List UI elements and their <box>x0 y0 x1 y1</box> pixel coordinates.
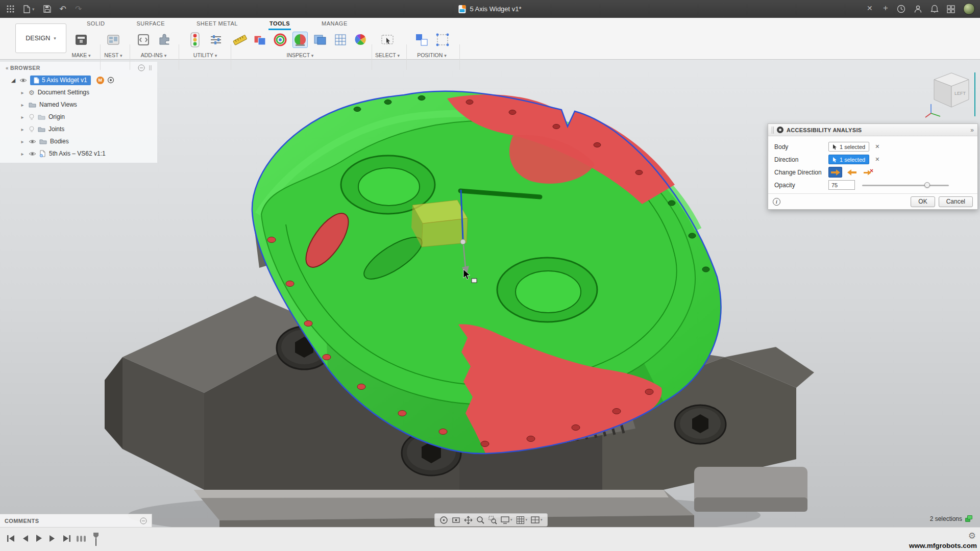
app-grid-icon[interactable] <box>6 5 15 13</box>
addin-puzzle-icon[interactable] <box>156 32 173 48</box>
accessibility-analysis-icon[interactable] <box>292 32 308 48</box>
group-nest[interactable]: NEST ▾ <box>98 30 129 60</box>
direction-remove-button[interactable] <box>861 167 875 178</box>
collapsed-arrow-icon[interactable]: ▸ <box>19 102 26 108</box>
help-icon[interactable] <box>914 5 922 13</box>
traffic-light-icon[interactable] <box>187 32 203 48</box>
group-addins[interactable]: ADD-INS ▾ <box>131 30 177 60</box>
group-make[interactable]: MAKE ▾ <box>65 30 97 60</box>
browser-row-named-views[interactable]: ▸ Named Views <box>0 98 157 111</box>
zoom-window-icon[interactable] <box>488 516 497 524</box>
position-revert-icon[interactable] <box>434 32 451 48</box>
draft-analysis-icon[interactable] <box>353 32 368 48</box>
curvature-analysis-icon[interactable] <box>273 32 288 48</box>
clear-body-selection-icon[interactable]: ✕ <box>873 143 881 150</box>
dock-panel-icon[interactable]: » <box>970 127 974 134</box>
visibility-eye-icon[interactable] <box>29 151 36 157</box>
bulb-off-icon[interactable] <box>29 126 35 133</box>
pan-icon[interactable] <box>464 516 473 524</box>
comments-collapse-icon[interactable] <box>140 517 147 524</box>
timeline-groups-icon[interactable] <box>76 532 87 545</box>
tab-tools[interactable]: TOOLS <box>268 18 291 30</box>
panel-handle-icon[interactable] <box>148 64 153 71</box>
bulb-off-icon[interactable] <box>29 114 35 120</box>
dialog-grip-icon[interactable] <box>772 127 774 134</box>
document-tab[interactable]: 5 Axis Widget v1* <box>458 0 521 18</box>
browser-row-root[interactable]: ◢ 5 Axis Widget v1 M <box>0 74 157 86</box>
collapsed-arrow-icon[interactable]: ▸ <box>19 127 26 132</box>
timeline-play-icon[interactable] <box>35 534 42 542</box>
selection-set-icon[interactable] <box>965 515 973 522</box>
display-settings-icon[interactable]: ▾ <box>501 516 512 524</box>
tab-solid[interactable]: SOLID <box>86 18 106 30</box>
measure-ruler-icon[interactable] <box>232 32 248 48</box>
browser-filter-icon[interactable] <box>138 64 145 71</box>
body-select-button[interactable]: 1 selected <box>828 142 869 152</box>
collaborator-badge[interactable]: M <box>96 77 104 84</box>
slider-handle[interactable] <box>924 182 930 188</box>
browser-root-selected[interactable]: 5 Axis Widget v1 <box>30 76 91 85</box>
opacity-slider[interactable] <box>862 180 949 190</box>
opacity-input[interactable] <box>828 180 855 190</box>
browser-row-joints[interactable]: ▸ Joints <box>0 123 157 135</box>
select-icon[interactable] <box>379 32 396 48</box>
slider-track[interactable] <box>862 185 949 186</box>
browser-row-5th-axis[interactable]: ▸ 5th Axis – VS62 v1:1 <box>0 147 157 160</box>
timeline-step-forward-icon[interactable] <box>49 535 56 542</box>
interference-icon[interactable] <box>252 32 267 48</box>
position-capture-icon[interactable] <box>413 32 430 48</box>
group-utility[interactable]: UTILITY ▾ <box>181 30 230 60</box>
section-analysis-icon[interactable] <box>312 32 328 48</box>
sliders-icon[interactable] <box>208 32 224 48</box>
clear-direction-selection-icon[interactable]: ✕ <box>873 156 881 163</box>
tab-sheet-metal[interactable]: SHEET METAL <box>195 18 239 30</box>
save-icon[interactable] <box>43 5 51 13</box>
component-color-icon[interactable] <box>332 32 348 48</box>
orbit-icon[interactable] <box>439 516 448 524</box>
make-icon[interactable] <box>73 32 89 48</box>
new-document-icon[interactable]: + <box>883 3 888 13</box>
look-at-icon[interactable] <box>452 516 460 524</box>
timeline-step-back-icon[interactable] <box>22 535 29 542</box>
undo-icon[interactable]: ↶ <box>60 5 66 13</box>
group-position[interactable]: POSITION ▾ <box>407 30 456 60</box>
direction-select-button[interactable]: 1 selected <box>828 155 869 164</box>
group-inspect[interactable]: INSPECT ▾ <box>232 30 368 60</box>
user-avatar[interactable] <box>963 3 975 15</box>
tab-manage[interactable]: MANAGE <box>321 18 349 30</box>
direction-normal-button[interactable] <box>828 167 842 178</box>
context-target-icon[interactable] <box>107 77 114 84</box>
nest-icon[interactable] <box>105 32 121 48</box>
close-document-icon[interactable]: ✕ <box>867 4 873 12</box>
collapsed-arrow-icon[interactable]: ▸ <box>19 114 26 120</box>
file-menu[interactable]: ▾ <box>23 5 35 13</box>
zoom-icon[interactable] <box>476 516 485 524</box>
settings-gear-icon[interactable]: ⚙ <box>968 531 976 541</box>
visibility-eye-icon[interactable] <box>29 139 36 144</box>
group-select[interactable]: SELECT ▾ <box>371 30 404 60</box>
comments-bar[interactable]: COMMENTS <box>0 514 152 527</box>
collapsed-arrow-icon[interactable]: ▸ <box>19 90 26 95</box>
ok-button[interactable]: OK <box>911 196 935 207</box>
scripts-icon[interactable] <box>135 32 152 48</box>
info-icon[interactable]: i <box>773 198 780 206</box>
cancel-button[interactable]: Cancel <box>939 196 973 207</box>
panel-collapse-icon[interactable]: « <box>4 65 10 71</box>
notification-bell-icon[interactable] <box>930 5 939 13</box>
redo-icon[interactable]: ↷ <box>75 5 82 13</box>
browser-row-bodies[interactable]: ▸ Bodies <box>0 135 157 147</box>
extensions-grid-icon[interactable] <box>947 5 955 13</box>
viewcube[interactable]: LEFT <box>925 65 978 121</box>
direction-flip-button[interactable] <box>845 167 859 178</box>
visibility-eye-icon[interactable] <box>19 78 27 83</box>
grid-snap-icon[interactable]: ▾ <box>516 516 528 524</box>
timeline-marker[interactable] <box>92 532 100 547</box>
expanded-arrow-icon[interactable]: ◢ <box>10 77 16 84</box>
collapsed-arrow-icon[interactable]: ▸ <box>19 151 26 157</box>
tab-surface[interactable]: SURFACE <box>136 18 166 30</box>
dialog-header[interactable]: ACCESSIBILITY ANALYSIS » <box>768 124 977 136</box>
viewports-icon[interactable]: ▾ <box>531 516 543 524</box>
browser-row-origin[interactable]: ▸ Origin <box>0 111 157 123</box>
job-status-icon[interactable] <box>897 5 905 13</box>
collapsed-arrow-icon[interactable]: ▸ <box>19 139 26 144</box>
